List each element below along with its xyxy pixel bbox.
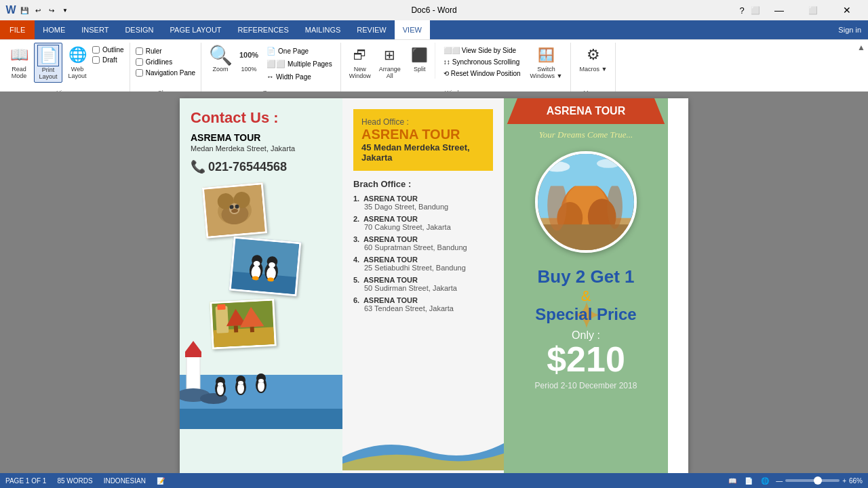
- phone-number: 021-76544568: [208, 160, 287, 174]
- switch-windows-button[interactable]: 🪟 SwitchWindows ▼: [528, 43, 566, 81]
- multiple-pages-button[interactable]: ⬜⬜ Multiple Pages: [264, 58, 335, 70]
- status-right: 📖 📄 🌐 — + 66%: [727, 475, 863, 486]
- language-indicator: INDONESIAN: [104, 477, 146, 485]
- draft-checkbox[interactable]: Draft: [92, 56, 124, 64]
- branch-item-1: 1. ASRENA TOUR 35 Dago Street, Bandung: [353, 195, 493, 211]
- promo-price-text: $210: [547, 342, 625, 377]
- arrange-all-button[interactable]: ⊞ ArrangeAll: [376, 43, 403, 81]
- tab-file[interactable]: FILE: [0, 20, 35, 39]
- svg-point-40: [218, 382, 223, 386]
- branch-title: Brach Office :: [353, 179, 493, 189]
- svg-point-48: [258, 379, 264, 383]
- sign-in-button[interactable]: Sign in: [831, 23, 868, 37]
- document: Contact Us : ASREMA TOUR Medan Merdeka S…: [180, 98, 688, 473]
- contact-title: Contact Us :: [191, 109, 332, 127]
- promo-dream-text: Your Dreams Come True...: [539, 129, 633, 140]
- page-width-icon: ↔: [267, 73, 274, 81]
- multiple-pages-label: Multiple Pages: [288, 60, 332, 68]
- outline-checkbox-input[interactable]: [92, 46, 100, 54]
- customize-icon[interactable]: ▼: [60, 5, 71, 16]
- minimize-button[interactable]: —: [764, 0, 795, 20]
- svg-rect-55: [538, 224, 634, 250]
- web-layout-button[interactable]: 🌐 WebLayout: [64, 43, 91, 81]
- macros-button[interactable]: ⚙ Macros ▼: [576, 43, 610, 75]
- read-mode-status-icon[interactable]: 📖: [727, 475, 738, 486]
- print-layout-status-icon[interactable]: 📄: [743, 475, 754, 486]
- zoom-button[interactable]: 🔍 Zoom: [207, 43, 234, 75]
- tab-insert[interactable]: INSERT: [73, 20, 117, 39]
- branch-wave: [342, 416, 504, 473]
- status-bar: PAGE 1 OF 1 85 WORDS INDONESIAN 📝 📖 📄 🌐 …: [0, 473, 868, 488]
- ribbon-collapse-button[interactable]: ▲: [857, 43, 865, 52]
- branch-panel: Head Office : ASRENA TOUR 45 Medan Merde…: [342, 98, 504, 473]
- ribbon-group-show: Ruler Gridlines Navigation Pane Show: [130, 43, 201, 98]
- svg-point-44: [238, 381, 243, 385]
- tab-mailings[interactable]: MAILINGS: [297, 20, 349, 39]
- new-window-button[interactable]: 🗗 NewWindow: [347, 43, 374, 81]
- head-office-name: ASRENA TOUR: [361, 127, 485, 142]
- ribbon-display-icon[interactable]: ⬜: [750, 5, 761, 16]
- redo-icon[interactable]: ↪: [46, 5, 57, 16]
- maximize-button[interactable]: ⬜: [797, 0, 829, 20]
- view-side-by-side-icon: ⬜⬜: [443, 47, 460, 54]
- word-count: 85 WORDS: [57, 477, 92, 485]
- close-button[interactable]: ✕: [831, 0, 863, 20]
- ribbon-group-zoom: 🔍 Zoom 100% 100% 📄 One Page ⬜⬜ Multiple …: [201, 43, 341, 98]
- zoom-thumb[interactable]: [814, 476, 822, 485]
- gridlines-checkbox[interactable]: Gridlines: [136, 58, 172, 66]
- one-page-button[interactable]: 📄 One Page: [264, 45, 335, 57]
- zoom-slider[interactable]: — + 66%: [776, 477, 863, 485]
- read-mode-label: ReadMode: [12, 66, 27, 80]
- branch-name-4: 4. ASRENA TOUR: [353, 256, 493, 264]
- branch-addr-2: 70 Cakung Street, Jakarta: [353, 223, 493, 231]
- synchronous-scrolling-button[interactable]: ↕↕ Synchronous Scrolling: [441, 57, 524, 67]
- phone-icon: 📞: [191, 159, 205, 174]
- split-button[interactable]: ⬛ Split: [406, 43, 433, 81]
- promo-buy-text: Buy 2 Get 1: [537, 266, 634, 287]
- hundred-percent-icon: 100%: [238, 44, 260, 66]
- synchronous-scrolling-label: Synchronous Scrolling: [452, 58, 520, 66]
- ribbon-group-macros: ⚙ Macros ▼ Macros: [571, 43, 616, 98]
- photo-koala: [202, 182, 267, 239]
- branch-name-5: 5. ASRENA TOUR: [353, 276, 493, 284]
- gridlines-input[interactable]: [136, 58, 143, 66]
- ruler-label: Ruler: [146, 47, 162, 55]
- zoom-track[interactable]: [785, 479, 840, 482]
- synchronous-scrolling-icon: ↕↕: [443, 58, 450, 66]
- ruler-checkbox[interactable]: Ruler: [136, 47, 162, 56]
- tab-view[interactable]: VIEW: [395, 20, 430, 39]
- save-icon[interactable]: 💾: [19, 5, 30, 16]
- web-layout-icon: 🌐: [66, 44, 88, 66]
- page-width-label: Width Page: [276, 73, 311, 81]
- zoom-out-icon[interactable]: —: [776, 477, 783, 485]
- promo-banner-title: ASRENA TOUR: [511, 105, 661, 117]
- draft-checkbox-input[interactable]: [92, 56, 100, 64]
- one-page-icon: 📄: [267, 47, 276, 56]
- web-layout-status-icon[interactable]: 🌐: [760, 475, 770, 486]
- view-side-by-side-button[interactable]: ⬜⬜ View Side by Side: [441, 45, 524, 56]
- help-icon[interactable]: ?: [736, 5, 747, 16]
- page-width-button[interactable]: ↔ Width Page: [264, 71, 335, 82]
- navigation-pane-checkbox[interactable]: Navigation Pane: [136, 68, 195, 77]
- tab-page-layout[interactable]: PAGE LAYOUT: [162, 20, 230, 39]
- tab-references[interactable]: REFERENCES: [230, 20, 297, 39]
- promo-banner: ASRENA TOUR: [504, 98, 668, 124]
- reset-window-position-button[interactable]: ⟲ Reset Window Position: [441, 68, 524, 79]
- hundred-percent-button[interactable]: 100% 100%: [235, 43, 262, 75]
- tab-design[interactable]: DESIGN: [117, 20, 161, 39]
- read-mode-icon: 📖: [8, 44, 30, 66]
- read-mode-button[interactable]: 📖 ReadMode: [5, 43, 33, 81]
- ruler-input[interactable]: [136, 47, 143, 55]
- tab-review[interactable]: REVIEW: [349, 20, 394, 39]
- split-label: Split: [414, 66, 426, 73]
- outline-checkbox[interactable]: Outline: [92, 45, 124, 54]
- title-bar: W 💾 ↩ ↪ ▼ Doc6 - Word ? ⬜ — ⬜ ✕: [0, 0, 868, 20]
- branch-name-2: 2. ASRENA TOUR: [353, 215, 493, 223]
- zoom-in-icon[interactable]: +: [842, 477, 846, 485]
- undo-icon[interactable]: ↩: [33, 5, 43, 16]
- print-layout-button[interactable]: 📄 PrintLayout: [34, 43, 62, 83]
- tab-home[interactable]: HOME: [35, 20, 73, 39]
- reset-window-position-icon: ⟲: [443, 70, 449, 77]
- navigation-pane-input[interactable]: [136, 69, 143, 77]
- branch-item-4: 4. ASRENA TOUR 25 Setiabudhi Street, Ban…: [353, 256, 493, 272]
